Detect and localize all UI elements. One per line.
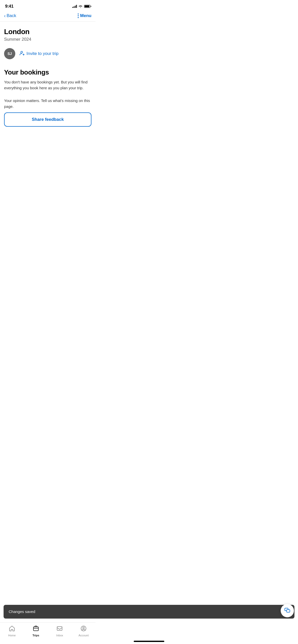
status-bar: 9:41 bbox=[0, 0, 96, 11]
menu-button[interactable]: Menu bbox=[78, 13, 91, 18]
user-row: SJ Invite to your trip bbox=[4, 48, 91, 59]
wifi-icon bbox=[78, 5, 83, 8]
signal-icon bbox=[72, 5, 77, 8]
battery-icon bbox=[84, 5, 90, 8]
invite-label: Invite to your trip bbox=[26, 51, 59, 56]
status-icons bbox=[72, 5, 90, 8]
dots-icon bbox=[78, 13, 79, 18]
feedback-section: Your opinion matters. Tell us what's mis… bbox=[4, 98, 91, 127]
add-person-icon bbox=[19, 50, 25, 57]
back-chevron-icon: ‹ bbox=[4, 13, 6, 18]
user-avatar: SJ bbox=[4, 48, 15, 59]
bookings-section: Your bookings You don't have any booking… bbox=[4, 68, 91, 91]
bookings-title: Your bookings bbox=[4, 68, 91, 76]
feedback-prompt: Your opinion matters. Tell us what's mis… bbox=[4, 98, 91, 109]
share-feedback-button[interactable]: Share feedback bbox=[4, 112, 91, 127]
nav-bar: ‹ Back Menu bbox=[0, 11, 96, 22]
bookings-empty-text: You don't have any bookings yet. But you… bbox=[4, 79, 91, 91]
menu-label: Menu bbox=[80, 13, 91, 18]
back-button[interactable]: ‹ Back bbox=[4, 13, 16, 18]
back-label: Back bbox=[7, 13, 16, 18]
main-content: London Summer 2024 SJ Invite to your tri… bbox=[0, 22, 96, 127]
invite-button[interactable]: Invite to your trip bbox=[19, 50, 59, 57]
status-time: 9:41 bbox=[5, 4, 13, 9]
trip-title: London bbox=[4, 28, 91, 36]
trip-subtitle: Summer 2024 bbox=[4, 37, 91, 42]
svg-point-0 bbox=[21, 51, 23, 53]
